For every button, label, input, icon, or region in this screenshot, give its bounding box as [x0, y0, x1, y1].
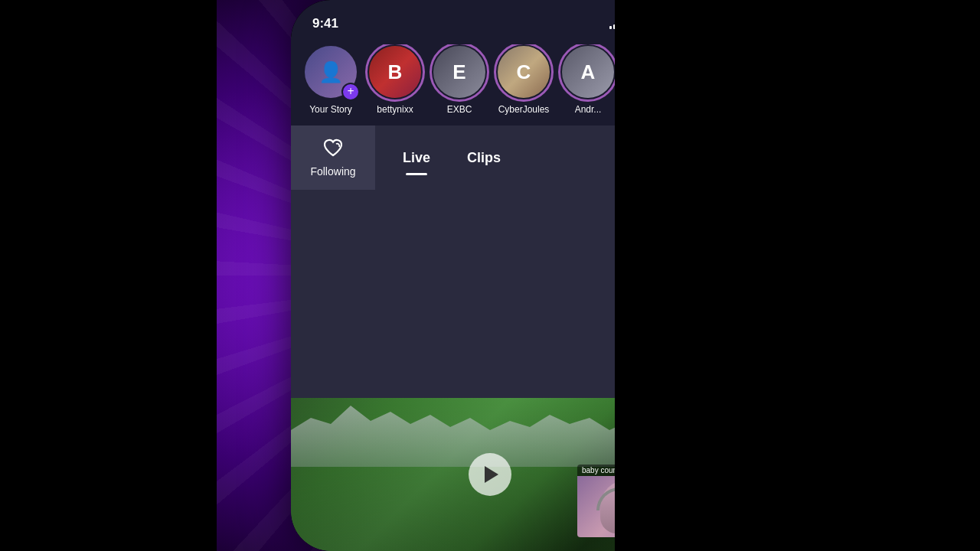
- signal-bar-1: [609, 26, 612, 29]
- right-bar: [615, 0, 980, 551]
- story-item-bettynixx[interactable]: B bettynixx: [368, 44, 423, 115]
- story-item-andr[interactable]: A Andr...: [560, 44, 616, 115]
- following-label: Following: [310, 165, 355, 178]
- status-time: 9:41: [312, 16, 338, 31]
- story-name-cyberjoules: CyberJoules: [498, 104, 550, 115]
- story-item-your-story[interactable]: 👤 + Your Story: [303, 44, 358, 115]
- play-triangle-icon: [485, 466, 498, 483]
- story-avatar-wrap-cyberjoules: C: [496, 44, 551, 99]
- story-name-your-story: Your Story: [309, 104, 352, 115]
- following-tab[interactable]: Following: [291, 126, 375, 190]
- story-ring-cyberjoules: [494, 44, 554, 102]
- clips-tab-button[interactable]: Clips: [449, 135, 519, 181]
- add-story-button[interactable]: +: [341, 83, 360, 101]
- story-avatar-wrap-bettynixx: B: [368, 44, 423, 99]
- story-ring-bettynixx: [365, 44, 425, 102]
- story-avatar-wrap-andr: A: [560, 44, 616, 99]
- following-heart-icon: [322, 138, 344, 162]
- play-button[interactable]: [469, 453, 511, 496]
- story-item-cyberjoules[interactable]: C CyberJoules: [496, 44, 551, 115]
- story-item-exbc[interactable]: E EXBC: [432, 44, 487, 115]
- story-ring-andr: [558, 44, 618, 102]
- story-ring-exbc: [430, 44, 489, 102]
- story-name-bettynixx: bettynixx: [377, 104, 413, 115]
- story-name-exbc: EXBC: [447, 104, 472, 115]
- story-avatar-wrap-your-story: 👤 +: [303, 44, 358, 99]
- story-name-andr: Andr...: [575, 104, 602, 115]
- live-tab-button[interactable]: Live: [384, 135, 449, 181]
- story-avatar-wrap-exbc: E: [432, 44, 487, 99]
- left-bar: [0, 0, 217, 551]
